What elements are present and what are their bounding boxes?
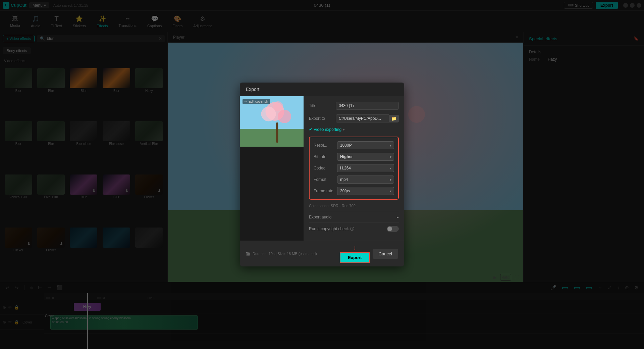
red-arrow-icon: ↓ bbox=[353, 244, 356, 251]
resolution-label: Resol... bbox=[314, 143, 337, 148]
format-select[interactable]: mp4 mov avi bbox=[337, 176, 394, 184]
svg-rect-9 bbox=[276, 122, 278, 143]
cancel-button[interactable]: Cancel bbox=[373, 249, 398, 259]
framerate-row: Frame rate 24fps 25fps 30fps 60fps ▾ bbox=[314, 187, 394, 195]
framerate-select-wrap: 24fps 25fps 30fps 60fps ▾ bbox=[337, 187, 394, 195]
modal-form: Title Export to C:/Users/MyPC/AppD... 📁 … bbox=[304, 96, 404, 241]
info-icon: ▾ bbox=[343, 127, 345, 132]
color-space-row: Color space: SDR - Rec.709 bbox=[309, 204, 399, 208]
video-exporting-text: Video exporting bbox=[314, 127, 341, 132]
export-audio-row[interactable]: Export audio ▸ bbox=[309, 212, 399, 222]
duration-size-label: Duration: 10s | Size: 18 MB (estimated) bbox=[253, 252, 317, 256]
footer-buttons: ↓ Export Cancel bbox=[340, 244, 398, 263]
title-label: Title bbox=[309, 103, 336, 108]
video-exporting-label: ✔ Video exporting ▾ bbox=[309, 127, 399, 132]
edit-cover-label: Edit cover ph bbox=[249, 100, 268, 103]
export-audio-arrow-icon: ▸ bbox=[397, 215, 399, 219]
codec-select[interactable]: H.264 H.265 bbox=[337, 164, 394, 172]
bitrate-select[interactable]: Lower Medium Higher Highest bbox=[337, 153, 394, 161]
modal-preview: ✏ Edit cover ph bbox=[240, 96, 304, 241]
format-row: Format mp4 mov avi ▾ bbox=[314, 176, 394, 184]
resolution-select-wrap: 720P 1080P 2K 4K ▾ bbox=[337, 141, 394, 149]
bitrate-row: Bit rate Lower Medium Higher Highest ▾ bbox=[314, 153, 394, 161]
pencil-icon: ✏ bbox=[245, 100, 247, 103]
video-icon: 🎬 bbox=[246, 252, 251, 256]
modal-body: ✏ Edit cover ph Title Export to C:/Users… bbox=[240, 96, 404, 241]
export-btn-container: ↓ Export bbox=[340, 244, 370, 263]
modal-header: Export bbox=[240, 83, 404, 96]
format-select-wrap: mp4 mov avi ▾ bbox=[337, 176, 394, 184]
svg-point-6 bbox=[278, 110, 291, 123]
footer-info: 🎬 Duration: 10s | Size: 18 MB (estimated… bbox=[246, 252, 317, 256]
copyright-label: Run a copyright check ⓘ bbox=[309, 226, 354, 232]
export-path-container: C:/Users/MyPC/AppD... 📁 bbox=[336, 114, 399, 122]
export-to-label: Export to bbox=[309, 116, 336, 121]
resolution-select[interactable]: 720P 1080P 2K 4K bbox=[337, 141, 394, 149]
export-button[interactable]: Export bbox=[340, 252, 370, 263]
edit-cover-button[interactable]: ✏ Edit cover ph bbox=[243, 99, 270, 104]
export-path: C:/Users/MyPC/AppD... bbox=[336, 114, 389, 122]
modal-footer: 🎬 Duration: 10s | Size: 18 MB (estimated… bbox=[240, 241, 404, 266]
checkbox-icon[interactable]: ✔ bbox=[309, 127, 312, 132]
bitrate-label: Bit rate bbox=[314, 154, 337, 159]
copyright-text: Run a copyright check bbox=[309, 227, 349, 231]
codec-row: Codec H.264 H.265 ▾ bbox=[314, 164, 394, 172]
title-input[interactable] bbox=[336, 102, 399, 110]
framerate-select[interactable]: 24fps 25fps 30fps 60fps bbox=[337, 187, 394, 195]
bitrate-select-wrap: Lower Medium Higher Highest ▾ bbox=[337, 153, 394, 161]
folder-button[interactable]: 📁 bbox=[389, 115, 399, 122]
svg-point-8 bbox=[273, 101, 283, 111]
toggle-knob bbox=[387, 227, 392, 231]
codec-label: Codec bbox=[314, 166, 337, 170]
export-to-row: Export to C:/Users/MyPC/AppD... 📁 bbox=[309, 114, 399, 122]
format-label: Format bbox=[314, 177, 337, 182]
export-modal-overlay: Export ✏ Edit cover ph bbox=[0, 0, 644, 349]
modal-title: Export bbox=[246, 87, 259, 92]
video-export-box: Resol... 720P 1080P 2K 4K ▾ bbox=[309, 137, 399, 200]
copyright-info-icon: ⓘ bbox=[350, 226, 354, 232]
export-audio-label: Export audio bbox=[309, 215, 331, 219]
export-modal: Export ✏ Edit cover ph bbox=[240, 83, 404, 266]
title-row: Title bbox=[309, 102, 399, 110]
preview-image: ✏ Edit cover ph bbox=[240, 96, 304, 147]
copyright-toggle[interactable] bbox=[387, 226, 399, 232]
copyright-row: Run a copyright check ⓘ bbox=[309, 222, 399, 235]
resolution-row: Resol... 720P 1080P 2K 4K ▾ bbox=[314, 141, 394, 149]
framerate-label: Frame rate bbox=[314, 189, 337, 193]
codec-select-wrap: H.264 H.265 ▾ bbox=[337, 164, 394, 172]
